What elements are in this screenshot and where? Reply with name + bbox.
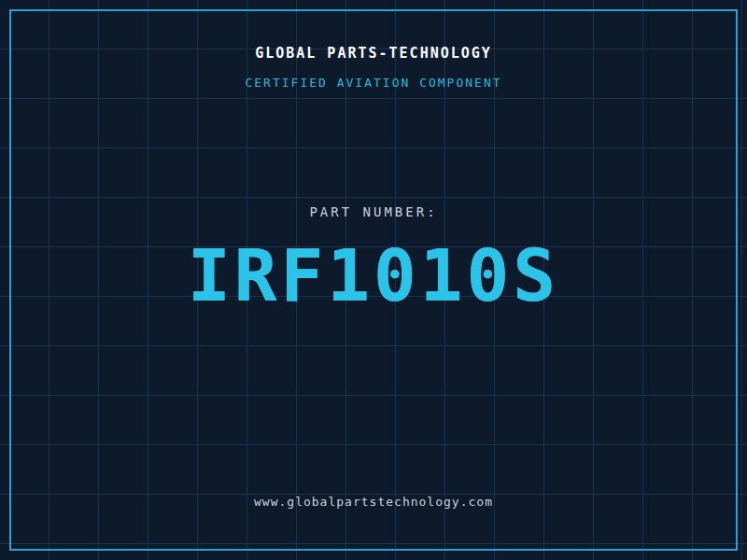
website-url: www.globalpartstechnology.com bbox=[0, 495, 747, 509]
blueprint-canvas: GLOBAL PARTS-TECHNOLOGY CERTIFIED AVIATI… bbox=[0, 0, 747, 560]
company-title: GLOBAL PARTS-TECHNOLOGY bbox=[0, 45, 747, 62]
certification-subtitle: CERTIFIED AVIATION COMPONENT bbox=[0, 76, 747, 90]
part-number-value: IRF1010S bbox=[0, 241, 747, 312]
part-number-label: PART NUMBER: bbox=[0, 204, 747, 219]
